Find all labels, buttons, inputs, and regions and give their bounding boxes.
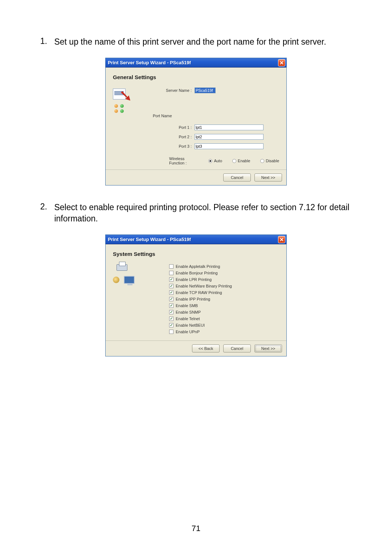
port2-label: Port 2 : xyxy=(113,135,195,139)
list-item-1: 1. Set up the name of this print server … xyxy=(29,36,363,48)
checkbox-icon[interactable]: ✓ xyxy=(169,310,173,314)
server-name-label: Server Name : xyxy=(138,88,195,93)
checkbox-row-5[interactable]: ✓Enable IPP Printing xyxy=(169,297,279,301)
checkbox-icon[interactable] xyxy=(169,264,173,269)
checkbox-row-8[interactable]: ✓Enable Telnet xyxy=(169,317,279,321)
list-item-2: 2. Select to enable required printing pr… xyxy=(29,202,363,224)
general-settings-dialog: Print Server Setup Wizard - PSca519f Gen… xyxy=(105,58,287,185)
checkbox-label: Enable IPP Printing xyxy=(176,297,210,301)
checkbox-icon[interactable]: ✓ xyxy=(169,303,173,308)
radio-enable-label: Enable xyxy=(238,159,250,163)
checkbox-label: Enable LPR Printing xyxy=(176,277,212,282)
item-number-2: 2. xyxy=(36,202,47,212)
checkbox-row-2[interactable]: ✓Enable LPR Printing xyxy=(169,277,279,282)
port3-input[interactable] xyxy=(195,143,264,149)
wizard-icon xyxy=(113,87,135,109)
radio-disable-label: Disable xyxy=(266,159,279,163)
checkbox-icon[interactable]: ✓ xyxy=(169,323,173,327)
checkbox-icon[interactable]: ✓ xyxy=(169,277,173,282)
back-button[interactable]: << Back xyxy=(192,344,220,352)
radio-enable[interactable]: Enable xyxy=(232,159,250,163)
checkbox-label: Enable NetWare Binary Printing xyxy=(176,284,232,288)
checkbox-row-1[interactable]: Enable Bonjour Printing xyxy=(169,271,279,275)
checkbox-row-6[interactable]: ✓Enable SMB xyxy=(169,303,279,308)
wireless-function-group: Wireless Function : Auto Enable Disable xyxy=(169,156,279,165)
checkbox-label: Enable TCP RAW Printing xyxy=(176,290,222,295)
port1-label: Port 1 : xyxy=(113,125,195,130)
cancel-button-2[interactable]: Cancel xyxy=(223,344,251,352)
checkbox-row-10[interactable]: Enable UPnP xyxy=(169,330,279,334)
checkbox-row-9[interactable]: ✓Enable NetBEUI xyxy=(169,323,279,327)
item-text-1: Set up the name of this print server and… xyxy=(54,36,359,48)
checkbox-label: Enable SNMP xyxy=(176,310,201,314)
checkbox-label: Enable UPnP xyxy=(176,330,200,334)
titlebar[interactable]: Print Server Setup Wizard - PSca519f xyxy=(106,58,286,68)
checkbox-icon[interactable]: ✓ xyxy=(169,290,173,295)
close-icon[interactable] xyxy=(278,59,285,66)
port3-label: Port 3 : xyxy=(113,144,195,148)
checkbox-row-4[interactable]: ✓Enable TCP RAW Printing xyxy=(169,290,279,295)
dialog2-heading: System Settings xyxy=(113,251,279,257)
protocol-checkbox-list: Enable Appletalk PrintingEnable Bonjour … xyxy=(169,264,279,334)
checkbox-label: Enable Telnet xyxy=(176,317,200,321)
radio-disable[interactable]: Disable xyxy=(260,159,279,163)
printer-computer-icon xyxy=(113,264,135,285)
radio-auto-label: Auto xyxy=(214,159,222,163)
server-name-input[interactable] xyxy=(195,87,216,93)
item-text-2: Select to enable required printing proto… xyxy=(54,202,359,224)
close-icon-2[interactable] xyxy=(278,236,285,243)
port1-input[interactable] xyxy=(195,125,264,130)
next-button-2[interactable]: Next >> xyxy=(254,344,282,352)
checkbox-icon[interactable]: ✓ xyxy=(169,284,173,288)
next-button[interactable]: Next >> xyxy=(254,174,282,181)
checkbox-label: Enable NetBEUI xyxy=(176,323,205,327)
checkbox-icon[interactable] xyxy=(169,271,173,275)
checkbox-row-7[interactable]: ✓Enable SNMP xyxy=(169,310,279,314)
titlebar-2[interactable]: Print Server Setup Wizard - PSca519f xyxy=(106,235,286,244)
checkbox-icon[interactable]: ✓ xyxy=(169,317,173,321)
cancel-button[interactable]: Cancel xyxy=(223,174,251,181)
radio-auto[interactable]: Auto xyxy=(208,159,222,163)
checkbox-label: Enable Appletalk Printing xyxy=(176,264,220,269)
titlebar-text-2: Print Server Setup Wizard - PSca519f xyxy=(108,237,278,242)
system-settings-dialog: Print Server Setup Wizard - PSca519f Sys… xyxy=(105,234,287,356)
wireless-label: Wireless Function : xyxy=(169,156,198,165)
page-number: 71 xyxy=(0,524,392,533)
checkbox-row-0[interactable]: Enable Appletalk Printing xyxy=(169,264,279,269)
dialog1-heading: General Settings xyxy=(113,74,279,80)
titlebar-text: Print Server Setup Wizard - PSca519f xyxy=(108,60,278,65)
checkbox-icon[interactable]: ✓ xyxy=(169,297,173,301)
checkbox-row-3[interactable]: ✓Enable NetWare Binary Printing xyxy=(169,284,279,288)
checkbox-icon[interactable] xyxy=(169,330,173,334)
item-number-1: 1. xyxy=(36,36,47,46)
checkbox-label: Enable Bonjour Printing xyxy=(176,271,218,275)
checkbox-label: Enable SMB xyxy=(176,303,198,308)
port-name-heading: Port Name xyxy=(153,114,279,118)
port2-input[interactable] xyxy=(195,134,264,140)
